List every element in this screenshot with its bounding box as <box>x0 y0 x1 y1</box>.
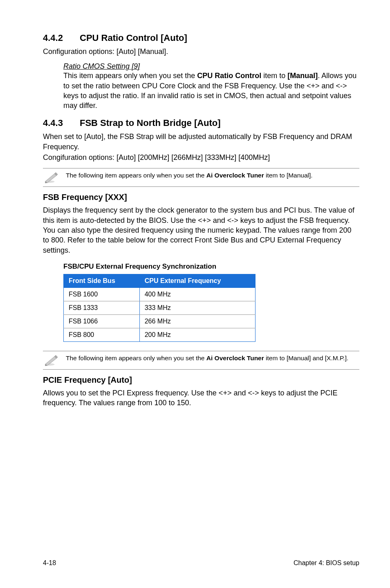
table-cell: FSB 1333 <box>64 301 140 314</box>
fsb-frequency-body: Displays the frequency sent by the clock… <box>43 205 359 255</box>
table-row: FSB 1066 266 MHz <box>64 314 256 328</box>
ratio-cmos-body: This item appears only when you set the … <box>63 71 359 110</box>
text-fragment: This item appears only when you set the <box>63 72 197 80</box>
note-callout-1: The following item appears only when you… <box>43 168 359 187</box>
table-row: FSB 800 200 MHz <box>64 328 256 341</box>
note-text: The following item appears only when you… <box>66 171 313 180</box>
table-header-row: Front Side Bus CPU External Frequency <box>64 274 256 287</box>
note-text: The following item appears only when you… <box>66 354 348 363</box>
fsb-cpu-table: Front Side Bus CPU External Frequency FS… <box>63 274 256 342</box>
section-heading-4-4-2: 4.4.2CPU Ratio Control [Auto] <box>43 33 359 43</box>
table-row: FSB 1333 333 MHz <box>64 301 256 314</box>
section-title: CPU Ratio Control [Auto] <box>80 33 187 43</box>
pcie-frequency-heading: PCIE Frequency [Auto] <box>43 375 359 385</box>
config-options-text: Configuration options: [Auto] [Manual]. <box>43 47 359 56</box>
table-cell: FSB 800 <box>64 328 140 341</box>
section-number: 4.4.3 <box>43 118 80 128</box>
fsb-strap-body1: When set to [Auto], the FSB Strap will b… <box>43 132 359 152</box>
fsb-strap-body2: Congifuration options: [Auto] [200MHz] [… <box>43 153 359 162</box>
ratio-cmos-heading: Ratio CMOS Setting [9] <box>63 62 359 71</box>
text-fragment: item to [Manual] and [X.M.P.]. <box>264 355 348 361</box>
fsb-frequency-heading: FSB Frequency [XXX] <box>43 193 359 202</box>
table-cell: 400 MHz <box>139 287 255 301</box>
text-fragment: The following item appears only when you… <box>66 172 206 179</box>
table-cell: FSB 1600 <box>64 287 140 301</box>
text-fragment: item to [Manual]. <box>264 172 313 179</box>
section-number: 4.4.2 <box>43 33 80 43</box>
footer-chapter: Chapter 4: BIOS setup <box>294 559 359 567</box>
table-row: FSB 1600 400 MHz <box>64 287 256 301</box>
pcie-frequency-body: Allows you to set the PCI Express freque… <box>43 388 359 408</box>
pencil-icon <box>44 171 59 184</box>
table-cell: 266 MHz <box>139 314 255 328</box>
table-header-cpu: CPU External Frequency <box>139 274 255 287</box>
table-cell: FSB 1066 <box>64 314 140 328</box>
text-bold-fragment: [Manual] <box>287 72 318 80</box>
text-fragment: item to <box>261 72 287 80</box>
section-title: FSB Strap to North Bridge [Auto] <box>80 118 221 128</box>
table-cell: 200 MHz <box>139 328 255 341</box>
text-bold-fragment: Ai Overclock Tuner <box>206 355 264 361</box>
footer-page-number: 4-18 <box>43 559 56 567</box>
table-caption: FSB/CPU External Frequency Synchronizati… <box>63 263 359 271</box>
pencil-icon <box>44 354 59 366</box>
text-fragment: The following item appears only when you… <box>66 355 206 361</box>
ratio-block: Ratio CMOS Setting [9] This item appears… <box>63 62 359 110</box>
table-cell: 333 MHz <box>139 301 255 314</box>
page-footer: 4-18 Chapter 4: BIOS setup <box>43 559 359 567</box>
text-bold-fragment: CPU Ratio Control <box>197 72 261 80</box>
section-heading-4-4-3: 4.4.3FSB Strap to North Bridge [Auto] <box>43 118 359 128</box>
note-callout-2: The following item appears only when you… <box>43 351 359 370</box>
text-bold-fragment: Ai Overclock Tuner <box>206 172 264 179</box>
table-header-fsb: Front Side Bus <box>64 274 140 287</box>
